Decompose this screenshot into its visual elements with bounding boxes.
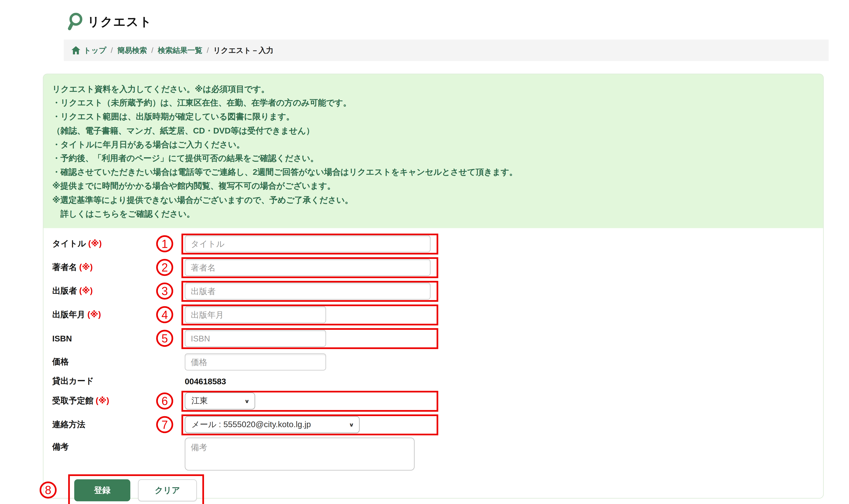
remarks-label: 備考 [52,442,69,451]
lending-card-label: 貸出カード [52,376,94,385]
breadcrumb-link-simple-search[interactable]: 簡易検索 [117,45,147,55]
notice-line: ・予約後、「利用者のページ」にて提供可否の結果をご確認ください。 [52,151,814,165]
contact-method-select[interactable]: メール : 5555020@city.koto.lg.jp ∨ [185,416,360,433]
annotation-box-publisher [181,281,438,302]
notice-line: ※選定基準等により提供できない場合がございますので、予めご了承ください。 [52,193,814,206]
notice-line: ・リクエスト範囲は、出版時期が確定している図書に限ります。 [52,110,814,123]
annotation-box-pickup: 江東 ∨ [181,391,438,412]
price-label: 価格 [52,357,69,366]
title-label: タイトル [52,239,86,248]
annotation-circle-6: 6 [156,392,173,410]
breadcrumb-separator: / [207,46,209,54]
form-row-contact-method: 連絡方法 7 メール : 5555020@city.koto.lg.jp ∨ [52,413,823,436]
pickup-library-label: 受取予定館 [52,396,93,405]
annotation-box-isbn [181,328,438,349]
notice-line: ・確認させていただきたい場合は電話等でご連絡し、2週間ご回答がない場合はリクエス… [52,165,814,179]
breadcrumb: トップ / 簡易検索 / 検索結果一覧 / リクエスト－入力 [64,40,829,61]
submit-button[interactable]: 登録 [74,480,130,501]
publisher-input[interactable] [185,283,430,300]
isbn-input[interactable] [185,330,326,347]
annotation-circle-1: 1 [156,235,173,252]
required-mark: (※) [96,396,109,405]
breadcrumb-link-top[interactable]: トップ [84,45,106,55]
annotation-circle-7: 7 [156,416,173,433]
form-row-author: 著者名(※) 2 [52,256,823,278]
form-row-price: 価格 [52,351,823,373]
required-mark: (※) [79,286,92,295]
contact-method-label: 連絡方法 [52,419,85,429]
required-mark: (※) [88,239,102,248]
notice-line: リクエスト資料を入力してください。※は必須項目です。 [52,82,814,96]
author-label: 著者名 [52,262,77,271]
page: リクエスト トップ / 簡易検索 / 検索結果一覧 / リクエスト－入力 リクエ… [0,0,849,504]
annotation-circle-2: 2 [156,259,173,276]
form-row-remarks: 備考 [52,437,823,470]
chevron-down-icon: ∨ [349,421,354,428]
breadcrumb-current-page: リクエスト－入力 [213,45,273,55]
form-actions: 8 登録 クリア [68,474,823,504]
title-input[interactable] [185,235,430,252]
remarks-textarea[interactable] [185,437,415,470]
annotation-circle-8: 8 [40,482,57,499]
page-title: リクエスト [87,14,152,30]
annotation-box-author [181,257,438,278]
price-input[interactable] [185,353,326,370]
clear-button[interactable]: クリア [138,480,197,501]
notice-line: ・タイトルに年月日がある場合はご入力ください。 [52,138,814,151]
home-icon [72,46,80,54]
form-row-title: タイトル(※) 1 [52,233,823,255]
pickup-library-selected-value: 江東 [191,396,208,406]
annotation-circle-3: 3 [156,283,173,300]
required-mark: (※) [87,309,101,319]
pubdate-label: 出版年月 [52,309,85,319]
request-form: タイトル(※) 1 著者名(※) 2 出版者(※) 3 [43,228,823,504]
annotation-box-contact: メール : 5555020@city.koto.lg.jp ∨ [181,414,438,435]
notice-line: （雑誌、電子書籍、マンガ、紙芝居、CD・DVD等は受付できません） [52,123,814,137]
lending-card-number: 004618583 [185,377,226,386]
chevron-down-icon: ∨ [244,398,250,404]
notice-box: リクエスト資料を入力してください。※は必須項目です。 ・リクエスト（未所蔵予約）… [43,74,823,228]
notice-line: 詳しくはこちらをご確認ください。 [52,206,814,220]
annotation-box-pubdate [181,304,438,325]
author-input[interactable] [185,259,430,276]
form-row-isbn: ISBN 5 [52,327,823,349]
notice-line: ・リクエスト（未所蔵予約）は、江東区在住、在勤、在学者の方のみ可能です。 [52,96,814,110]
breadcrumb-link-search-results[interactable]: 検索結果一覧 [158,45,202,55]
form-row-pickup-library: 受取予定館(※) 6 江東 ∨ [52,390,823,412]
annotation-box-buttons: 登録 クリア [68,474,204,504]
form-row-lending-card: 貸出カード 004618583 [52,373,823,390]
publisher-label: 出版者 [52,286,77,295]
pubdate-input[interactable] [185,306,326,323]
isbn-label: ISBN [52,334,72,343]
request-form-panel: リクエスト資料を入力してください。※は必須項目です。 ・リクエスト（未所蔵予約）… [43,74,824,499]
search-icon [67,12,84,32]
page-header: リクエスト [67,12,152,32]
required-mark: (※) [79,262,92,271]
pickup-library-select[interactable]: 江東 ∨ [185,392,255,410]
form-row-publisher: 出版者(※) 3 [52,280,823,302]
annotation-circle-5: 5 [156,330,173,347]
breadcrumb-separator: / [151,46,153,54]
breadcrumb-separator: / [111,46,113,54]
annotation-circle-4: 4 [156,306,173,323]
notice-line: ※提供までに時間がかかる場合や館内閲覧、複写不可の場合がございます。 [52,179,814,193]
form-row-pubdate: 出版年月(※) 4 [52,303,823,326]
annotation-box-title [181,233,438,254]
contact-method-selected-value: メール : 5555020@city.koto.lg.jp [191,419,311,430]
